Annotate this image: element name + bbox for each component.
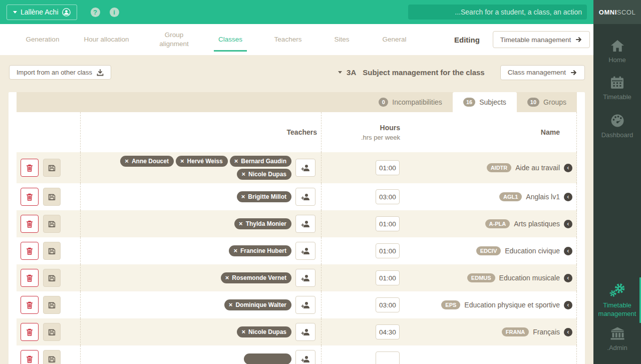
hours-input[interactable] [376,189,400,204]
row-name: EPS Education physique et sportive ‹ [404,291,577,318]
add-teacher-button[interactable] [295,215,315,233]
sidebar-item-timetable-management[interactable]: Timetable management [593,277,641,323]
class-select-caret-icon[interactable] [338,71,342,74]
subject-name: Education physique et sportive [464,301,560,309]
delete-subject-button[interactable] [21,215,39,233]
tab-general[interactable]: General [363,24,426,55]
teacher-tag[interactable]: ×Thylda Monier [234,218,291,229]
tab-incompatibilities[interactable]: 0 Incompatibilities [368,92,453,112]
remove-teacher-icon[interactable]: × [239,221,243,226]
remove-teacher-icon[interactable]: × [241,329,245,334]
remove-teacher-icon[interactable]: × [241,194,245,199]
save-subject-button[interactable] [43,269,61,287]
collapse-chevron-icon[interactable]: ‹ [564,328,572,336]
collapse-chevron-icon[interactable]: ‹ [564,164,572,172]
delete-subject-button[interactable] [21,188,39,206]
tab-teachers[interactable]: Teachers [255,24,320,55]
collapse-chevron-icon[interactable]: ‹ [564,301,572,309]
sidebar-item-dashboard[interactable]: Dashboard [593,114,641,139]
hours-input[interactable] [376,270,400,285]
header-hours: Hours .hrs per week [322,112,404,152]
bank-icon [610,327,625,340]
save-subject-button[interactable] [43,296,61,314]
remove-teacher-icon[interactable]: × [233,248,237,253]
remove-teacher-icon[interactable]: × [229,302,233,307]
sidebar-item-admin[interactable]: .Admin [593,327,641,352]
save-subject-button[interactable] [43,242,61,260]
row-name: AGL1 Anglais lv1 ‹ [404,183,577,210]
teacher-tag[interactable] [244,353,291,364]
add-teacher-button[interactable] [295,350,315,364]
save-subject-button[interactable] [43,350,61,364]
row-name: EDMUS Education musicale ‹ [404,264,577,291]
caret-down-icon [13,11,17,14]
remove-teacher-icon[interactable]: × [241,172,245,177]
hours-input[interactable] [376,351,400,364]
import-from-class-button[interactable]: Import from an other class [9,65,111,80]
sidebar-item-timetable[interactable]: Timetable [593,76,641,101]
class-management-button[interactable]: Class management [500,65,585,80]
search-input[interactable] [408,5,587,20]
header-actions-cell [17,112,81,152]
collapse-chevron-icon[interactable]: ‹ [564,247,572,255]
subject-code-badge: EDMUS [467,273,495,282]
hours-input[interactable] [376,243,400,258]
hours-input[interactable] [376,297,400,312]
tab-sites[interactable]: Sites [320,24,363,55]
tab-groups[interactable]: 10 Groups [517,92,577,112]
save-subject-button[interactable] [43,323,61,341]
tab-generation[interactable]: Generation [15,24,70,55]
add-teacher-button[interactable] [295,159,315,177]
user-menu-button[interactable]: Lallène Achi [7,5,77,20]
add-teacher-button[interactable] [295,269,315,287]
row-actions [17,318,81,345]
save-subject-button[interactable] [43,159,61,177]
hours-input[interactable] [376,324,400,339]
teacher-tag[interactable]: ×Anne Doucet [120,156,174,167]
mode-label: Editing [454,36,480,44]
hours-input[interactable] [376,160,400,175]
teacher-tag[interactable]: ×Nicole Dupas [237,326,291,337]
teacher-tag[interactable]: ×Bernard Gaudin [230,156,291,167]
sidebar-item-home[interactable]: Home [593,40,641,64]
remove-teacher-icon[interactable]: × [225,275,229,280]
delete-subject-button[interactable] [21,269,39,287]
tab-group-alignment[interactable]: Group alignment [143,24,205,55]
remove-teacher-icon[interactable]: × [125,159,129,164]
timetable-management-button[interactable]: Timetable management [493,31,590,48]
row-hours [322,183,404,210]
teacher-tag[interactable]: ×Hervé Weiss [176,156,228,167]
teacher-tag[interactable]: ×Francine Hubert [229,245,291,256]
row-teachers: ×Brigitte Millot [81,183,322,210]
row-teachers: ×Nicole Dupas [81,318,322,345]
add-teacher-button[interactable] [295,242,315,260]
collapse-chevron-icon[interactable]: ‹ [564,274,572,282]
delete-subject-button[interactable] [21,296,39,314]
delete-subject-button[interactable] [21,350,39,364]
table-row [17,345,577,364]
teacher-tag[interactable]: ×Nicole Dupas [237,169,291,180]
teacher-tag[interactable]: ×Dominique Walter [224,299,291,310]
info-icon[interactable]: i [110,8,119,17]
collapse-chevron-icon[interactable]: ‹ [564,220,572,228]
teacher-tag[interactable]: ×Brigitte Millot [237,191,291,202]
delete-subject-button[interactable] [21,159,39,177]
save-subject-button[interactable] [43,188,61,206]
remove-teacher-icon[interactable]: × [234,159,238,164]
subject-code-badge: EDCIV [476,246,501,255]
add-teacher-button[interactable] [295,323,315,341]
tab-classes[interactable]: Classes [205,24,255,55]
teacher-tag[interactable]: ×Rosemonde Vernet [221,272,291,283]
save-subject-button[interactable] [43,215,61,233]
delete-subject-button[interactable] [21,323,39,341]
collapse-chevron-icon[interactable]: ‹ [564,193,572,201]
delete-subject-button[interactable] [21,242,39,260]
tab-hour-allocation[interactable]: Hour allocation [70,24,143,55]
hours-input[interactable] [376,216,400,231]
add-teacher-button[interactable] [295,188,315,206]
omniscol-logo: OMNISCOL [593,0,641,24]
row-teachers: ×Anne Doucet×Hervé Weiss×Bernard Gaudin×… [81,152,322,183]
help-icon[interactable]: ? [91,8,100,17]
remove-teacher-icon[interactable]: × [180,159,184,164]
add-teacher-button[interactable] [295,296,315,314]
